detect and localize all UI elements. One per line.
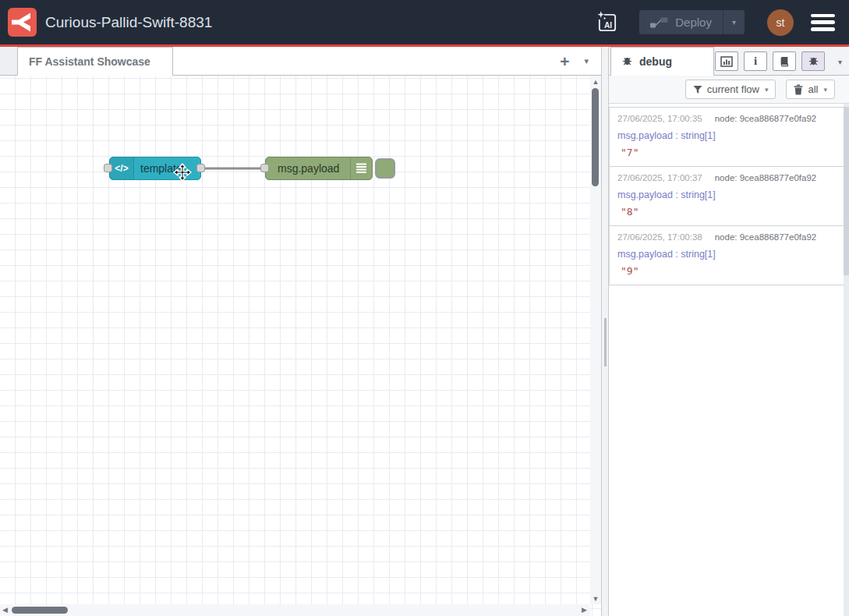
user-avatar[interactable]: st xyxy=(767,9,794,36)
canvas-vertical-scrollbar[interactable]: ▲ ▼ xyxy=(590,76,601,604)
debug-panel-scrollbar[interactable] xyxy=(844,104,849,616)
trash-icon xyxy=(794,84,803,95)
filter-button-label: current flow xyxy=(707,83,759,95)
tab-ff-assistant-showcase[interactable]: FF Assistant Showcase xyxy=(17,47,173,76)
flow-canvas[interactable]: </> template msg.payload xyxy=(0,76,601,616)
clear-button-label: all xyxy=(808,83,818,95)
message-property[interactable]: msg.payload : string[1] xyxy=(617,131,836,141)
tab-debug-button[interactable] xyxy=(801,51,825,71)
flowfuse-logo-icon xyxy=(8,8,37,37)
message-node-id: node: 9cea886877e0fa92 xyxy=(715,173,816,183)
horizontal-scroll-thumb[interactable] xyxy=(12,607,68,614)
debug-message[interactable]: 27/06/2025, 17:00:37 node: 9cea886877e0f… xyxy=(610,167,844,226)
sidebar: debug i xyxy=(609,47,849,616)
debug-enable-toggle[interactable] xyxy=(375,158,395,179)
header-actions: AI Deploy ▾ st xyxy=(594,9,840,37)
menu-bar xyxy=(811,20,835,24)
main-menu-button[interactable] xyxy=(811,14,835,31)
sidebar-tab-buttons: i xyxy=(715,51,825,71)
message-value: "9" xyxy=(617,266,836,277)
info-icon: i xyxy=(754,55,757,67)
debug-message-list: 27/06/2025, 17:00:35 node: 9cea886877e0f… xyxy=(609,107,844,285)
message-value: "8" xyxy=(617,207,836,218)
message-timestamp: 27/06/2025, 17:00:37 xyxy=(617,173,702,183)
book-icon xyxy=(779,56,790,67)
scroll-right-arrow-icon[interactable]: ▶ xyxy=(582,604,587,616)
flow-tab-label: FF Assistant Showcase xyxy=(29,55,150,68)
debug-scroll-thumb[interactable] xyxy=(844,107,849,275)
move-cursor xyxy=(173,163,192,182)
template-input-port[interactable] xyxy=(104,164,112,172)
svg-text:AI: AI xyxy=(604,20,612,29)
scroll-left-arrow-icon[interactable]: ◀ xyxy=(2,604,8,616)
template-code-icon: </> xyxy=(110,158,134,179)
node-debug-label: msg.payload xyxy=(266,162,350,175)
node-debug[interactable]: msg.payload xyxy=(265,157,373,180)
tab-debug[interactable]: debug xyxy=(610,47,714,76)
bug-icon xyxy=(808,55,819,67)
tab-info-button[interactable]: i xyxy=(744,51,767,71)
app-header: Curious-Pallid-Swift-8831 AI Deploy ▾ st xyxy=(0,0,849,47)
bug-icon xyxy=(621,55,633,67)
deploy-options-caret[interactable]: ▾ xyxy=(723,10,745,34)
canvas-horizontal-scrollbar[interactable]: ◀ ▶ xyxy=(0,604,590,616)
tab-dashboard-button[interactable] xyxy=(715,51,738,71)
debug-toolbar: current flow ▾ all ▾ xyxy=(609,76,849,104)
debug-input-port[interactable] xyxy=(260,164,269,172)
flow-tabbar: FF Assistant Showcase + ▾ xyxy=(0,47,601,76)
message-timestamp: 27/06/2025, 17:00:38 xyxy=(617,232,702,243)
debug-console-icon xyxy=(350,158,372,179)
clear-caret-icon: ▾ xyxy=(823,86,827,94)
resize-grip xyxy=(604,318,607,366)
deploy-label: Deploy xyxy=(675,16,712,29)
scroll-down-arrow-icon[interactable]: ▼ xyxy=(590,595,601,603)
scroll-up-arrow-icon[interactable]: ▲ xyxy=(590,78,601,86)
filter-funnel-icon xyxy=(693,85,702,94)
sidebar-tabbar: debug i xyxy=(609,47,849,76)
vertical-scroll-thumb[interactable] xyxy=(592,88,599,186)
avatar-initials: st xyxy=(776,16,785,29)
tab-actions: + ▾ xyxy=(554,47,601,76)
message-property[interactable]: msg.payload : string[1] xyxy=(617,190,836,200)
add-flow-button[interactable]: + xyxy=(554,52,575,71)
sidebar-resize-handle[interactable] xyxy=(601,47,609,616)
flow-list-caret[interactable]: ▾ xyxy=(584,56,589,66)
deploy-button[interactable]: Deploy ▾ xyxy=(639,10,745,34)
message-value: "7" xyxy=(617,147,836,158)
tab-help-button[interactable] xyxy=(773,51,796,71)
bar-chart-icon xyxy=(720,56,733,67)
debug-filter-button[interactable]: current flow ▾ xyxy=(685,80,776,99)
message-property[interactable]: msg.payload : string[1] xyxy=(617,250,836,260)
menu-bar xyxy=(811,14,835,18)
message-node-id: node: 9cea886877e0fa92 xyxy=(715,114,816,124)
sidebar-tabs-caret[interactable]: ▾ xyxy=(838,58,842,66)
message-timestamp: 27/06/2025, 17:00:35 xyxy=(617,114,702,124)
debug-message[interactable]: 27/06/2025, 17:00:38 node: 9cea886877e0f… xyxy=(610,226,844,285)
main-area: FF Assistant Showcase + ▾ </> template m… xyxy=(0,47,849,616)
ai-sparkle-icon: AI xyxy=(595,9,620,36)
tabbar-lead-space xyxy=(0,47,17,76)
debug-clear-button[interactable]: all ▾ xyxy=(786,80,835,99)
debug-message[interactable]: 27/06/2025, 17:00:35 node: 9cea886877e0f… xyxy=(610,108,844,167)
workspace: FF Assistant Showcase + ▾ </> template m… xyxy=(0,47,601,616)
template-output-port[interactable] xyxy=(196,164,205,172)
menu-bar xyxy=(811,27,835,31)
ai-assistant-button[interactable]: AI xyxy=(594,9,621,37)
message-node-id: node: 9cea886877e0fa92 xyxy=(715,232,816,243)
deploy-nodes-icon xyxy=(650,17,668,28)
instance-title: Curious-Pallid-Swift-8831 xyxy=(45,14,212,31)
filter-caret-icon: ▾ xyxy=(765,86,769,94)
tab-debug-label: debug xyxy=(639,55,672,68)
